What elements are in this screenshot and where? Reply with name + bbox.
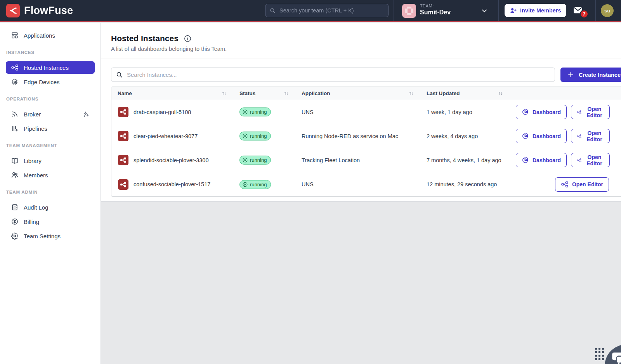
search-icon [116, 71, 123, 78]
application-name: UNS [302, 181, 314, 187]
instance-search-input[interactable] [127, 71, 550, 78]
applications-icon [11, 31, 19, 39]
status-badge: running [239, 132, 271, 140]
sidebar-item-billing[interactable]: Billing [6, 215, 95, 228]
team-search-input[interactable] [279, 7, 384, 14]
sort-icon[interactable] [283, 90, 289, 96]
sidebar-section-instances: INSTANCES [6, 50, 101, 55]
status-label: running [250, 133, 267, 139]
sort-icon[interactable] [408, 90, 414, 96]
sidebar-item-label: Broker [24, 111, 41, 118]
node-red-instance-icon [118, 131, 128, 141]
column-header-status[interactable]: Status [239, 87, 302, 100]
users-icon [11, 171, 19, 179]
status-badge: running [239, 180, 271, 189]
widget-drag-handle[interactable] [595, 348, 604, 360]
instance-name: clear-pied-wheatear-9077 [134, 133, 198, 139]
sidebar-item-edge-devices[interactable]: Edge Devices [6, 76, 95, 88]
sidebar-item-hosted-instances[interactable]: Hosted Instances [6, 61, 95, 74]
node-red-instance-icon [118, 107, 128, 117]
last-updated: 7 months, 4 weeks, 1 day ago [427, 157, 501, 163]
status-label: running [250, 182, 267, 187]
navbar-divider [566, 0, 566, 21]
invite-members-button[interactable]: Invite Members [505, 4, 566, 17]
column-header-name[interactable]: Name [111, 87, 239, 100]
node-branch-icon [577, 132, 581, 140]
database-icon [11, 203, 19, 211]
table-row[interactable]: confused-sociable-plover-1517 running UN… [111, 172, 621, 196]
instance-name: splendid-sociable-plover-3300 [134, 157, 208, 163]
plus-icon [567, 71, 574, 78]
pie-chart-icon [522, 132, 529, 140]
sidebar-item-applications[interactable]: Applications [6, 29, 95, 42]
column-header-application[interactable]: Application [302, 87, 427, 100]
notification-badge: 7 [580, 10, 588, 18]
instance-search[interactable] [111, 68, 555, 82]
pipelines-icon [11, 125, 19, 132]
node-branch-icon [561, 180, 569, 188]
sidebar-item-broker[interactable]: Broker [6, 108, 95, 120]
last-updated: 2 weeks, 4 days ago [427, 133, 478, 139]
dashboard-button[interactable]: Dashboard [516, 153, 567, 167]
table-row[interactable]: drab-caspian-gull-5108 running UNS 1 wee… [111, 100, 621, 124]
chevron-down-icon[interactable] [480, 7, 488, 15]
toolbar: Create Instance [101, 59, 621, 82]
node-branch-icon [577, 108, 581, 116]
dashboard-button[interactable]: Dashboard [516, 105, 567, 119]
sidebar-section-team-admin: TEAM ADMIN [6, 190, 101, 194]
table-header-row: Name Status Application Last Updated [111, 87, 621, 100]
sidebar-item-label: Audit Log [24, 204, 48, 211]
team-selector[interactable]: TEAM: Sumit-Dev [420, 3, 451, 16]
status-badge: running [239, 156, 271, 165]
team-name: Sumit-Dev [420, 9, 451, 16]
open-editor-button[interactable]: Open Editor [555, 177, 609, 192]
table-row[interactable]: splendid-sociable-plover-3300 running Tr… [111, 148, 621, 172]
navbar-divider [394, 0, 394, 21]
brand-name: FlowFuse [24, 5, 73, 17]
user-avatar[interactable]: su [601, 4, 614, 17]
dashboard-button[interactable]: Dashboard [516, 129, 567, 143]
gear-icon [11, 232, 19, 240]
sidebar-item-label: Edge Devices [24, 79, 60, 85]
sidebar-item-label: Applications [24, 32, 55, 39]
sidebar-item-pipelines[interactable]: Pipelines [6, 122, 95, 135]
sidebar-item-team-settings[interactable]: Team Settings [6, 230, 95, 242]
sort-icon[interactable] [498, 90, 503, 96]
open-editor-button[interactable]: Open Editor [571, 129, 609, 143]
create-instance-label: Create Instance [579, 72, 621, 78]
table-row[interactable]: clear-pied-wheatear-9077 running Running… [111, 124, 621, 148]
dollar-circle-icon [11, 218, 19, 225]
open-editor-button[interactable]: Open Editor [571, 105, 609, 119]
application-name: Running Node-RED as service on Mac [302, 133, 398, 139]
page-subtitle: A list of all dashboards belonging to th… [111, 46, 611, 52]
team-label: TEAM: [420, 3, 451, 8]
brand[interactable]: FlowFuse [6, 4, 73, 17]
play-circle-icon [242, 133, 248, 139]
sidebar-section-operations: OPERATIONS [6, 97, 101, 101]
create-instance-button[interactable]: Create Instance [560, 68, 621, 82]
status-label: running [250, 109, 267, 115]
notifications-button[interactable]: 7 [572, 5, 590, 18]
sidebar-item-members[interactable]: Members [6, 169, 95, 181]
sidebar-item-library[interactable]: Library [6, 154, 95, 167]
open-editor-button[interactable]: Open Editor [571, 153, 609, 167]
info-icon[interactable] [184, 35, 192, 43]
instance-name: confused-sociable-plover-1517 [134, 181, 210, 187]
team-avatar[interactable] [402, 4, 416, 18]
node-branch-icon [11, 64, 19, 71]
play-circle-icon [242, 109, 248, 115]
search-icon [269, 7, 276, 14]
sidebar-item-label: Members [24, 172, 48, 179]
sidebar-item-label: Hosted Instances [24, 64, 69, 71]
sidebar-item-label: Pipelines [24, 125, 47, 132]
book-open-icon [11, 157, 19, 165]
status-badge: running [239, 107, 271, 116]
column-header-last-updated[interactable]: Last Updated [427, 87, 516, 100]
sidebar: Applications INSTANCES Hosted Instances … [0, 23, 101, 364]
page-title: Hosted Instances [111, 34, 179, 43]
team-search[interactable] [265, 4, 389, 17]
sort-icon[interactable] [221, 90, 227, 96]
sidebar-item-audit-log[interactable]: Audit Log [6, 201, 95, 213]
chat-bubble-icon [610, 349, 621, 364]
column-header-actions [516, 87, 621, 100]
